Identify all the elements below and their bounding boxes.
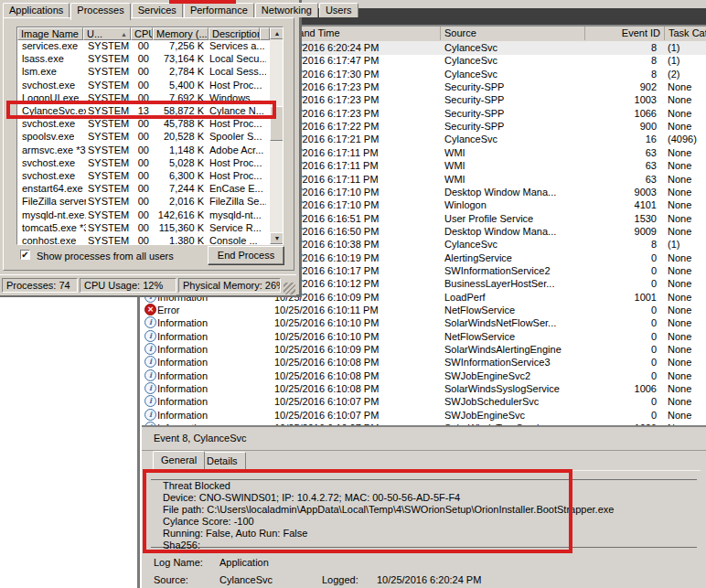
process-cpu: 00	[122, 222, 149, 234]
event-id: 0	[585, 343, 657, 356]
event-task-category: None	[668, 316, 691, 329]
process-row[interactable]: conhost.exeSYSTEM001,380 KConsole ...	[17, 235, 268, 245]
process-memory: 142,616 K	[153, 209, 204, 221]
event-id: 8	[585, 41, 657, 54]
event-source: CylanceSvc	[444, 54, 497, 67]
event-source: Security-SPP	[444, 120, 504, 133]
event-source: SolarWindsAlertingEngine	[444, 343, 562, 356]
event-source: CylanceSvc	[444, 238, 497, 251]
event-row[interactable]: iInformation10/25/2016 6:10:09 PMSolarWi…	[142, 343, 706, 357]
information-icon: i	[144, 330, 156, 342]
process-memory: 115,360 K	[153, 222, 204, 234]
process-list-scrollbar[interactable]: ▲ ▼	[270, 27, 283, 244]
column-header-source[interactable]: Source	[441, 27, 585, 40]
tab-users[interactable]: Users	[319, 3, 358, 17]
end-process-button[interactable]: End Process	[208, 246, 284, 265]
column-header-memory[interactable]: Memory (...	[153, 27, 209, 40]
preview-title: Event 8, CylanceSvc	[154, 433, 247, 444]
event-row[interactable]: iInformation10/25/2016 6:10:10 PMSolarWi…	[142, 316, 706, 330]
event-source: LoadPerf	[444, 291, 486, 304]
tab-applications[interactable]: Applications	[3, 3, 70, 17]
tab-general[interactable]: General	[153, 451, 205, 471]
process-description: Host Proc...	[209, 170, 262, 182]
event-source: SWJobEngineSvc	[444, 409, 525, 422]
scroll-up-icon[interactable]: ▲	[270, 27, 283, 39]
information-icon: i	[144, 316, 156, 328]
process-description: EnCase E...	[209, 183, 263, 195]
logged-label: Logged:	[322, 574, 358, 585]
column-header-cpu[interactable]: CPU	[131, 27, 153, 40]
event-task-category: None	[668, 343, 691, 356]
event-task-category: (4096)	[668, 133, 697, 145]
process-row[interactable]: mysqld-nt.exe...SYSTEM00142,616 Kmysqld-…	[17, 209, 268, 222]
process-name: FileZilla server...	[22, 196, 86, 208]
event-source: NetFlowService	[444, 330, 515, 343]
event-task-category: None	[668, 146, 691, 159]
event-task-category: None	[668, 107, 691, 120]
process-row[interactable]: lsass.exeSYSTEM0073,164 KLocal Secu...	[17, 53, 268, 66]
event-source: CylanceSvc	[444, 133, 497, 145]
event-task-category: None	[668, 159, 691, 172]
process-memory: 73,164 K	[153, 53, 204, 65]
sort-ascending-icon: ▲	[121, 28, 127, 40]
event-date-time: 10/25/2016 6:10:11 PM	[274, 304, 379, 316]
event-row[interactable]: iInformation10/25/2016 6:10:08 PMSWInfor…	[142, 356, 706, 369]
event-source: SWInformationService3	[444, 356, 551, 369]
tab-processes[interactable]: Processes	[70, 3, 130, 20]
column-header-image-name[interactable]: Image Name	[17, 27, 83, 40]
event-row[interactable]: iInformation10/25/2016 6:10:10 PMNetFlow…	[142, 330, 706, 344]
event-task-category: None	[668, 395, 691, 408]
event-level: Information	[157, 316, 208, 329]
process-list: Image Name U... ▲ CPU Memory (... Descri…	[16, 27, 283, 245]
event-row[interactable]: iInformation10/25/2016 6:10:07 PMSWJobEn…	[142, 409, 706, 422]
process-row[interactable]: svchost.exeSYSTEM005,400 KHost Proc...	[17, 80, 268, 92]
column-header-description[interactable]: Description	[209, 27, 260, 40]
process-name: conhost.exe	[22, 235, 76, 245]
process-description: Host Proc...	[209, 157, 262, 169]
tab-details[interactable]: Details	[198, 452, 246, 470]
column-header-event-id[interactable]: Event ID	[585, 27, 665, 40]
event-date-time: 10/25/2016 6:10:07 PM	[274, 395, 379, 408]
event-row[interactable]: iInformation10/25/2016 6:10:08 PMSWJobEn…	[142, 369, 706, 383]
process-cpu: 00	[122, 131, 149, 143]
process-row[interactable]: FileZilla server...SYSTEM002,016 KFileZi…	[17, 196, 268, 208]
event-task-category: None	[668, 225, 691, 238]
column-header-user-name[interactable]: U... ▲	[83, 27, 131, 40]
process-cpu: 00	[122, 53, 149, 65]
event-id: 0	[585, 409, 657, 422]
tab-performance[interactable]: Performance	[184, 3, 254, 17]
column-header-task-category[interactable]: Task Category	[665, 27, 706, 40]
process-row[interactable]: tomcat5.exe *32SYSTEM00115,360 KService …	[17, 222, 268, 235]
tab-networking[interactable]: Networking	[255, 3, 318, 17]
process-memory: 6,300 K	[153, 170, 204, 182]
process-row[interactable]: enstart64.exeSYSTEM007,244 KEnCase E...	[17, 183, 268, 196]
show-all-users-checkbox[interactable]: ✔	[20, 250, 30, 260]
process-row[interactable]: armsvc.exe *32SYSTEM001,148 KAdobe Acr..…	[17, 144, 268, 157]
information-icon: i	[144, 382, 156, 394]
event-task-category: None	[668, 251, 691, 264]
tab-services[interactable]: Services	[132, 3, 183, 17]
source-label: Source:	[154, 574, 188, 585]
process-row[interactable]: svchost.exeSYSTEM005,028 KHost Proc...	[17, 157, 268, 170]
event-task-category: (2)	[668, 68, 679, 80]
process-cpu: 00	[122, 118, 149, 130]
event-source: CylanceSvc	[444, 41, 497, 54]
process-description: Host Proc...	[209, 80, 262, 91]
process-cpu: 00	[122, 183, 149, 195]
event-source: SWJobSchedulerSvc	[444, 395, 539, 408]
resize-grip[interactable]	[283, 283, 295, 294]
event-row[interactable]: iInformation10/25/2016 6:10:08 PMSolarWi…	[142, 382, 706, 396]
scroll-down-icon[interactable]: ▼	[270, 232, 283, 244]
event-row[interactable]: ✕Error10/25/2016 6:10:11 PMNetFlowServic…	[142, 304, 706, 317]
process-row[interactable]: spoolsv.exeSYSTEM0020,528 KSpooler S...	[17, 131, 268, 144]
process-row[interactable]: svchost.exeSYSTEM006,300 KHost Proc...	[17, 170, 268, 183]
event-row[interactable]: iInformation10/25/2016 6:10:07 PMSWJobSc…	[142, 395, 706, 409]
process-row[interactable]: services.exeSYSTEM007,256 KServices a...	[17, 40, 268, 53]
process-name: svchost.exe	[22, 170, 75, 182]
source-value: CylanceSvc	[219, 574, 273, 585]
process-row[interactable]: lsm.exeSYSTEM002,784 KLocal Sess...	[17, 66, 268, 79]
event-task-category: (1)	[668, 54, 679, 67]
process-row[interactable]: svchost.exeSYSTEM0045,788 KHost Proc...	[17, 118, 268, 131]
event-level: Information	[157, 382, 208, 395]
event-source: SWJobEngineSvc2	[444, 369, 530, 382]
